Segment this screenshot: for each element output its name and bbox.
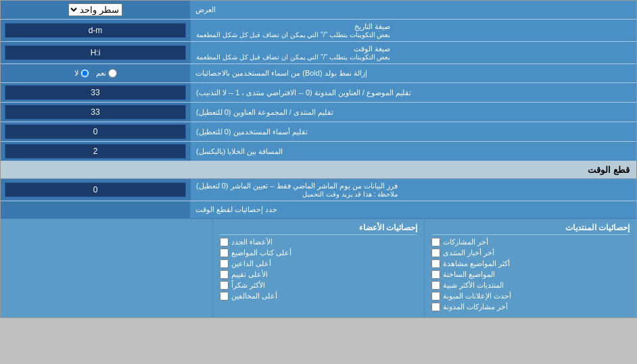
list-item: أعلى الداعين — [220, 259, 418, 268]
bold-label: إزالة نمط بولد (Bold) من اسماء المستخدمي… — [190, 64, 636, 82]
forum-stats-col: إحصائيات المنتديات أخر المشاركات أخر أخب… — [424, 219, 636, 317]
list-item: الأكثر شكراً — [220, 281, 418, 290]
cutoff-field[interactable] — [5, 182, 186, 197]
checkbox-top-violators[interactable] — [220, 292, 229, 301]
forum-header-input-container — [1, 103, 190, 122]
col1-title: إحصائيات المنتديات — [431, 223, 630, 235]
checkbox-popular-forums[interactable] — [431, 281, 440, 290]
bold-no-radio[interactable] — [80, 69, 89, 78]
checkbox-most-thanked[interactable] — [220, 281, 229, 290]
list-item: المواضيع الساخنة — [431, 270, 630, 279]
bold-no-label[interactable]: لا — [74, 69, 89, 78]
col3-container — [1, 219, 212, 317]
checkbox-last-posts[interactable] — [431, 238, 440, 246]
list-item: أحدث الإعلانات المبوبة — [431, 292, 630, 301]
stats-checkboxes-section: إحصائيات المنتديات أخر المشاركات أخر أخب… — [1, 219, 636, 317]
bold-radio-container: نعم لا — [1, 64, 190, 82]
list-item: أخر مشاركات المدونة — [431, 303, 630, 311]
topics-header-field[interactable] — [5, 85, 186, 100]
bold-yes-radio[interactable] — [108, 69, 117, 78]
stats-columns-container — [1, 201, 190, 218]
list-item: أخر أخبار المنتدى — [431, 249, 630, 257]
time-format-input-container — [1, 42, 190, 63]
list-item: أكثر المواضيع مشاهدة — [431, 259, 630, 268]
list-item: أخر المشاركات — [431, 238, 630, 246]
time-format-field[interactable] — [5, 45, 186, 60]
checkbox-latest-classifieds[interactable] — [431, 292, 440, 301]
list-item: المنتديات الأكثر شبية — [431, 281, 630, 290]
bold-yes-label[interactable]: نعم — [96, 69, 117, 78]
list-item: الأعضاء الجدد — [220, 238, 418, 246]
display-mode-select[interactable]: سطر واحد — [68, 3, 122, 16]
cutoff-input-container — [1, 179, 190, 201]
checkbox-blog-posts[interactable] — [431, 303, 440, 311]
date-format-field[interactable] — [5, 23, 186, 38]
member-stats-col: إحصائيات الأعضاء الأعضاء الجدد أعلى كتاب… — [212, 219, 425, 317]
checkbox-new-members[interactable] — [220, 238, 229, 246]
checkbox-hot-topics[interactable] — [431, 270, 440, 279]
usernames-field[interactable] — [5, 124, 186, 139]
forum-header-field[interactable] — [5, 105, 186, 120]
gap-input-container — [1, 142, 190, 161]
display-mode-label: العرض — [190, 1, 636, 19]
list-item: أعلى المخالفين — [220, 292, 418, 301]
cutoff-section-header: قطع الوقت — [1, 161, 636, 179]
time-format-label: صيغة الوقت بعض التكوينات يتطلب "/" التي … — [190, 42, 636, 63]
usernames-label: تقليم أسماء المستخدمين (0 للتعطيل) — [190, 122, 636, 141]
checkbox-top-inviters[interactable] — [220, 259, 229, 268]
usernames-input-container — [1, 122, 190, 141]
checkbox-forum-news[interactable] — [431, 249, 440, 257]
forum-header-label: تقليم المنتدى / المجموعة العناوين (0 للت… — [190, 103, 636, 122]
checkbox-most-viewed[interactable] — [431, 259, 440, 268]
topics-header-label: تقليم الموضوع / العناوين المدونة (0 -- ا… — [190, 83, 636, 102]
cutoff-label: فرز البيانات من يوم الماشر الماضي فقط --… — [190, 179, 636, 201]
checkbox-top-posters[interactable] — [220, 249, 229, 257]
topics-header-input-container — [1, 83, 190, 102]
list-item: الأعلى تقييم — [220, 270, 418, 279]
display-mode-input[interactable]: سطر واحد — [1, 1, 190, 19]
stats-limit-label: حدد إحصائيات لقطع الوقت — [190, 201, 636, 218]
col2-title: إحصائيات الأعضاء — [220, 223, 418, 235]
gap-label: المسافة بين الخلايا (بالبكسل) — [190, 142, 636, 161]
date-format-label: صيغة التاريخ بعض التكوينات يتطلب "/" الت… — [190, 20, 636, 41]
list-item: أعلى كتاب المواضيع — [220, 249, 418, 257]
gap-field[interactable] — [5, 144, 186, 159]
checkbox-top-rated[interactable] — [220, 270, 229, 279]
date-format-input-container — [1, 20, 190, 41]
